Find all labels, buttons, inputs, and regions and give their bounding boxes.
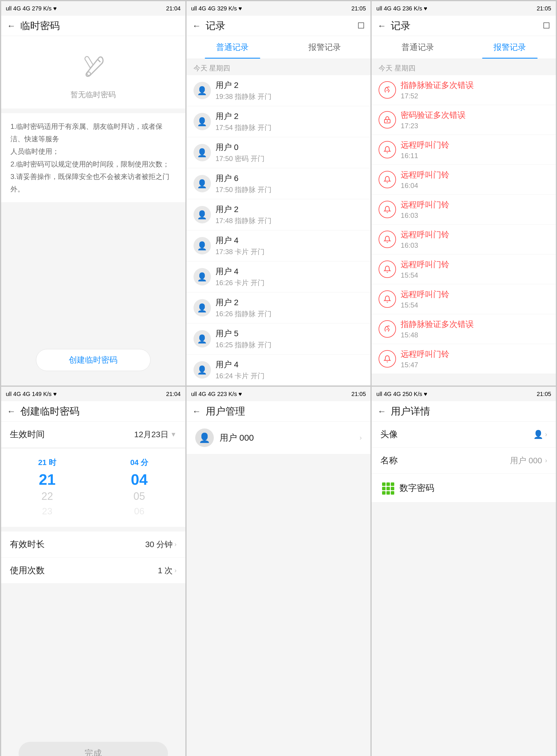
user-avatar-icon: 👤 bbox=[194, 237, 211, 255]
content-2: 今天 星期四 👤 用户 2 19:38 指静脉 开门 👤 用户 2 17:54 … bbox=[186, 59, 371, 385]
list-item[interactable]: 👤 用户 6 17:50 指静脉 开门 bbox=[186, 168, 371, 199]
alarm-item[interactable]: 远程呼叫门铃 16:11 bbox=[372, 135, 556, 165]
list-item[interactable]: 👤 用户 2 16:26 指静脉 开门 bbox=[186, 292, 371, 323]
digital-pwd-row[interactable]: 数字密码 bbox=[372, 474, 556, 502]
list-item[interactable]: 👤 用户 5 16:25 指静脉 开门 bbox=[186, 323, 371, 354]
record-user: 用户 4 bbox=[215, 266, 364, 277]
record-user: 用户 2 bbox=[215, 111, 364, 122]
usage-count-value: 1 次 › bbox=[158, 565, 177, 576]
alarm-item[interactable]: 密码验证多次错误 17:23 bbox=[372, 105, 556, 135]
back-button-6[interactable]: ← bbox=[377, 406, 386, 416]
alarm-content: 远程呼叫门铃 15:47 bbox=[401, 349, 549, 369]
user-avatar-icon: 👤 bbox=[194, 299, 211, 317]
header-6: ← 用户详情 bbox=[372, 401, 556, 421]
status-left-1: ull 4G 4G 279 K/s ♥ bbox=[6, 5, 57, 12]
list-item[interactable]: 👤 用户 4 16:26 卡片 开门 bbox=[186, 261, 371, 292]
alarm-item[interactable]: 远程呼叫门铃 16:03 bbox=[372, 225, 556, 255]
list-item[interactable]: 👤 用户 4 17:38 卡片 开门 bbox=[186, 230, 371, 261]
bell-alarm-icon bbox=[379, 201, 396, 218]
list-item-content: 用户 5 16:25 指静脉 开门 bbox=[215, 328, 364, 350]
calendar-icon-2[interactable]: ☐ bbox=[357, 21, 365, 30]
list-item-content: 用户 4 16:26 卡片 开门 bbox=[215, 266, 364, 288]
alarm-item[interactable]: 指静脉验证多次错误 17:52 bbox=[372, 75, 556, 105]
user-list-item[interactable]: 👤 用户 000 › bbox=[186, 421, 371, 454]
record-detail: 17:54 指静脉 开门 bbox=[215, 123, 364, 132]
name-row[interactable]: 名称 用户 000 › bbox=[372, 447, 556, 474]
status-time-4: 21:04 bbox=[166, 391, 181, 398]
status-right-6: 21:05 bbox=[537, 391, 551, 398]
alarm-item[interactable]: 远程呼叫门铃 16:03 bbox=[372, 195, 556, 225]
list-item-content: 用户 2 17:54 指静脉 开门 bbox=[215, 111, 364, 132]
page-title-6: 用户详情 bbox=[391, 405, 430, 418]
back-button-5[interactable]: ← bbox=[192, 406, 201, 416]
hour-next[interactable]: 22 bbox=[41, 489, 53, 504]
hour-label: 21 时 bbox=[38, 458, 56, 468]
avatar-value: 👤 › bbox=[533, 430, 547, 439]
status-bar-3: ull 4G 4G 236 K/s ♥ 21:05 bbox=[372, 1, 556, 16]
list-item[interactable]: 👤 用户 4 16:24 卡片 开门 bbox=[186, 354, 371, 385]
duration-row[interactable]: 有效时长 30 分钟 › bbox=[1, 531, 185, 558]
record-detail: 17:50 密码 开门 bbox=[215, 154, 364, 163]
calendar-icon-3[interactable]: ☐ bbox=[543, 21, 550, 30]
usage-count-row[interactable]: 使用次数 1 次 › bbox=[1, 558, 185, 584]
create-temp-pwd-button[interactable]: 创建临时密码 bbox=[36, 349, 151, 371]
name-label: 名称 bbox=[380, 455, 398, 466]
tab-alarm-records[interactable]: 报警记录 bbox=[278, 36, 371, 59]
effect-date-row[interactable]: 生效时间 12月23日 ▼ bbox=[1, 421, 185, 447]
alarm-item[interactable]: 远程呼叫门铃 15:54 bbox=[372, 255, 556, 284]
tab-normal-records-3[interactable]: 普通记录 bbox=[372, 36, 464, 59]
back-button-3[interactable]: ← bbox=[377, 21, 386, 31]
alarm-content: 远程呼叫门铃 16:03 bbox=[401, 199, 549, 220]
list-item[interactable]: 👤 用户 2 17:48 指静脉 开门 bbox=[186, 199, 371, 230]
hour-selected[interactable]: 21 bbox=[39, 470, 56, 489]
page-title-5: 用户管理 bbox=[206, 405, 245, 418]
bell-alarm-icon bbox=[379, 261, 396, 278]
alarm-content: 指静脉验证多次错误 15:48 bbox=[401, 319, 549, 339]
bell-alarm-icon bbox=[379, 141, 396, 158]
section-header-2: 今天 星期四 bbox=[186, 59, 371, 75]
bell-alarm-icon bbox=[379, 231, 396, 248]
back-button-4[interactable]: ← bbox=[7, 406, 16, 416]
list-item[interactable]: 👤 用户 0 17:50 密码 开门 bbox=[186, 137, 371, 168]
app-grid: ull 4G 4G 279 K/s ♥ 21:04 ← 临时密码 暂无临时密码 bbox=[0, 0, 557, 756]
back-button-1[interactable]: ← bbox=[7, 21, 16, 31]
alarm-item[interactable]: 远程呼叫门铃 16:04 bbox=[372, 165, 556, 195]
tabs-3: 普通记录 报警记录 bbox=[372, 36, 556, 59]
list-item-content: 用户 2 19:38 指静脉 开门 bbox=[215, 80, 364, 101]
alarm-item[interactable]: 指静脉验证多次错误 15:48 bbox=[372, 314, 556, 344]
status-time-2: 21:05 bbox=[351, 5, 366, 12]
back-button-2[interactable]: ← bbox=[192, 21, 201, 31]
minute-next[interactable]: 05 bbox=[134, 489, 145, 504]
alarm-title: 指静脉验证多次错误 bbox=[401, 319, 549, 330]
minute-label: 04 分 bbox=[130, 458, 148, 468]
status-left-6: ull 4G 4G 250 K/s ♥ bbox=[376, 391, 427, 398]
record-user: 用户 2 bbox=[215, 80, 364, 91]
status-right-4: 21:04 bbox=[166, 391, 181, 398]
avatar-row[interactable]: 头像 👤 › bbox=[372, 421, 556, 447]
fingerprint-alarm-icon bbox=[379, 320, 396, 338]
alarm-time: 15:54 bbox=[401, 301, 549, 309]
alarm-list: 指静脉验证多次错误 17:52 密码验证多次错误 17:23 bbox=[372, 75, 556, 374]
list-item-content: 用户 0 17:50 密码 开门 bbox=[215, 142, 364, 163]
effect-date-value: 12月23日 ▼ bbox=[134, 429, 177, 440]
list-item[interactable]: 👤 用户 2 17:54 指静脉 开门 bbox=[186, 106, 371, 137]
alarm-time: 16:11 bbox=[401, 152, 549, 160]
svg-point-2 bbox=[387, 121, 388, 121]
list-item[interactable]: 👤 用户 2 19:38 指静脉 开门 bbox=[186, 75, 371, 106]
alarm-item[interactable]: 远程呼叫门铃 15:47 bbox=[372, 344, 556, 374]
minute-selected[interactable]: 04 bbox=[131, 470, 148, 489]
tab-normal-records[interactable]: 普通记录 bbox=[186, 36, 278, 59]
tab-alarm-records-3[interactable]: 报警记录 bbox=[464, 36, 556, 59]
alarm-title: 远程呼叫门铃 bbox=[401, 229, 549, 240]
alarm-item[interactable]: 远程呼叫门铃 15:54 bbox=[372, 284, 556, 314]
alarm-title: 远程呼叫门铃 bbox=[401, 140, 549, 151]
list-item-content: 用户 2 17:48 指静脉 开门 bbox=[215, 204, 364, 225]
description-text: 1.临时密码适用于有亲属、朋友临时拜访，或者保洁、快速等服务 人员临时使用； 2… bbox=[1, 113, 185, 202]
status-left-2: ull 4G 4G 329 K/s ♥ bbox=[191, 5, 242, 12]
chevron-right-icon: › bbox=[359, 434, 362, 442]
status-left-4: ull 4G 4G 149 K/s ♥ bbox=[6, 391, 57, 398]
record-detail: 16:26 指静脉 开门 bbox=[215, 309, 364, 319]
minute-column: 04 分 04 05 06 bbox=[93, 458, 185, 518]
done-button[interactable]: 完成 bbox=[19, 742, 168, 756]
name-value: 用户 000 › bbox=[510, 455, 547, 466]
